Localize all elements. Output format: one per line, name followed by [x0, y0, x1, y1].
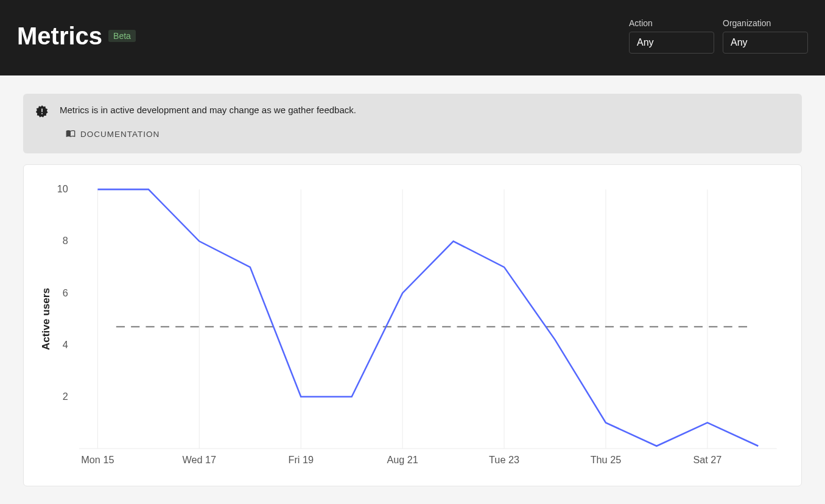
x-tick-label: Fri 19: [288, 454, 313, 465]
beta-badge: Beta: [108, 30, 136, 42]
x-tick-label: Wed 17: [182, 454, 216, 465]
page-header: Metrics Beta Action Any Organization Any: [0, 0, 825, 75]
active-users-line-chart: 246810Active usersMon 15Wed 17Fri 19Aug …: [36, 183, 789, 474]
active-users-chart-card: 246810Active usersMon 15Wed 17Fri 19Aug …: [23, 164, 802, 486]
x-tick-label: Mon 15: [81, 454, 114, 465]
svg-rect-1: [41, 113, 43, 114]
action-filter-label: Action: [629, 18, 714, 28]
x-tick-label: Aug 21: [387, 454, 418, 465]
x-tick-label: Tue 23: [489, 454, 519, 465]
svg-rect-0: [41, 108, 43, 112]
filter-bar: Action Any Organization Any: [629, 18, 808, 54]
y-axis-label: Active users: [40, 288, 52, 350]
y-tick-label: 6: [63, 287, 68, 298]
page-body: Metrics is in active development and may…: [0, 75, 825, 504]
new-release-icon: [35, 105, 49, 121]
y-tick-label: 2: [63, 391, 68, 402]
y-tick-label: 4: [63, 339, 68, 350]
title-wrap: Metrics Beta: [17, 23, 136, 50]
page-title: Metrics: [17, 23, 102, 50]
book-icon: [66, 128, 75, 140]
documentation-button-label: DOCUMENTATION: [80, 130, 160, 139]
y-tick-label: 10: [57, 183, 68, 194]
info-notice: Metrics is in active development and may…: [23, 94, 802, 153]
organization-filter-select[interactable]: Any: [723, 32, 808, 54]
x-tick-label: Sat 27: [693, 454, 721, 465]
data-line: [97, 189, 758, 446]
organization-filter-label: Organization: [723, 18, 808, 28]
action-filter-select[interactable]: Any: [629, 32, 714, 54]
organization-filter: Organization Any: [723, 18, 808, 54]
x-tick-label: Thu 25: [591, 454, 622, 465]
notice-message: Metrics is in active development and may…: [60, 105, 790, 115]
notice-content: Metrics is in active development and may…: [60, 105, 790, 145]
documentation-button[interactable]: DOCUMENTATION: [60, 124, 166, 145]
action-filter: Action Any: [629, 18, 714, 54]
y-tick-label: 8: [63, 235, 68, 246]
chart-area: 246810Active usersMon 15Wed 17Fri 19Aug …: [36, 183, 789, 474]
